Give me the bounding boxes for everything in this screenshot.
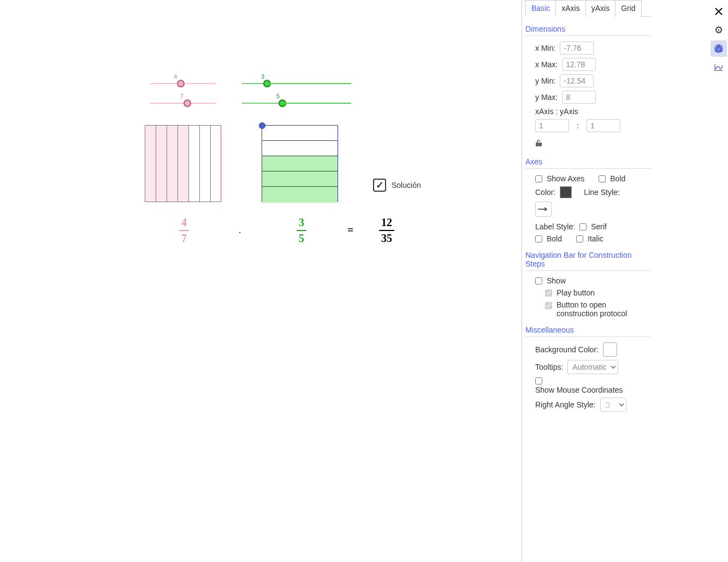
- show-axes-label: Show Axes: [547, 174, 584, 183]
- nav-show-checkbox[interactable]: [535, 277, 542, 285]
- label-style-label: Label Style:: [535, 222, 575, 231]
- curve-icon: [713, 62, 724, 72]
- show-axes-checkbox[interactable]: [535, 175, 542, 182]
- tab-xaxis[interactable]: xAxis: [555, 0, 585, 17]
- axes-bold-checkbox[interactable]: [599, 175, 606, 182]
- graphics-view-button[interactable]: [711, 40, 727, 57]
- checkbox-icon[interactable]: ✓: [373, 179, 386, 192]
- label-italic-label: Italic: [588, 234, 603, 243]
- slider-denominator-green[interactable]: 5: [242, 103, 351, 104]
- ratio-separator: :: [573, 121, 582, 130]
- mouse-coords-checkbox[interactable]: [535, 377, 542, 384]
- label-bold-checkbox[interactable]: [535, 235, 542, 242]
- color-label: Color:: [535, 188, 555, 197]
- slider-value-label: 3: [261, 73, 264, 80]
- ymin-label: y Min:: [535, 76, 555, 85]
- slider-numerator-pink[interactable]: 4: [150, 83, 216, 84]
- ymax-label: y Max:: [535, 93, 558, 102]
- xmax-label: x Max:: [535, 60, 558, 69]
- serif-label: Serif: [591, 222, 607, 231]
- ymax-input[interactable]: [562, 91, 596, 104]
- ymin-input[interactable]: [560, 74, 594, 87]
- lock-open-icon[interactable]: [535, 139, 545, 150]
- axis-ratio-label: xAxis : yAxis: [535, 107, 578, 116]
- close-button[interactable]: [711, 3, 727, 20]
- bg-color-swatch[interactable]: [603, 342, 617, 357]
- xmin-label: x Min:: [535, 44, 555, 52]
- multiply-operator: ·: [239, 227, 241, 239]
- side-toolbar: ⚙: [709, 0, 728, 562]
- mouse-coords-label: Show Mouse Coordinates: [535, 386, 623, 394]
- settings-button[interactable]: ⚙: [711, 22, 727, 38]
- section-dimensions: Dimensions: [525, 25, 651, 33]
- slider-numerator-green[interactable]: 3: [242, 83, 351, 84]
- slider-value-label: 4: [174, 73, 177, 80]
- axes-color-swatch[interactable]: [560, 186, 572, 198]
- section-navigation: Navigation Bar for Construction Steps: [525, 251, 651, 268]
- settings-panel: Basic xAxis yAxis Grid Dimensions x Min:…: [522, 0, 654, 562]
- tab-basic[interactable]: Basic: [525, 0, 556, 17]
- graphics2-view-button[interactable]: [711, 59, 727, 75]
- label-bold-label: Bold: [547, 234, 562, 243]
- fraction-result: 12 35: [379, 216, 394, 245]
- right-angle-label: Right Angle Style:: [535, 400, 596, 409]
- label-italic-checkbox[interactable]: [576, 235, 583, 242]
- fraction-model-pink[interactable]: [145, 125, 221, 202]
- nav-play-checkbox: [545, 289, 552, 297]
- tooltips-select[interactable]: Automatic: [567, 360, 618, 374]
- right-angle-select[interactable]: □: [600, 398, 626, 412]
- line-style-selector[interactable]: [535, 202, 552, 217]
- section-axes: Axes: [525, 157, 651, 166]
- section-misc: Miscellaneous: [525, 326, 651, 334]
- nav-protocol-label: Button to open construction protocol: [557, 300, 644, 318]
- bg-color-label: Background Color:: [535, 345, 599, 354]
- fraction-green: 3 5: [297, 216, 306, 245]
- ratio-x-input[interactable]: [535, 119, 569, 132]
- slider-thumb[interactable]: [177, 80, 185, 87]
- graphics-canvas[interactable]: 4 7 3 5: [0, 0, 522, 562]
- xmax-input[interactable]: [562, 58, 596, 71]
- tab-yaxis[interactable]: yAxis: [585, 0, 615, 17]
- axes-bold-label: Bold: [610, 174, 625, 183]
- slider-value-label: 7: [180, 93, 184, 99]
- nav-protocol-checkbox: [545, 302, 552, 309]
- line-style-label: Line Style:: [584, 188, 619, 197]
- nav-show-label: Show: [547, 276, 566, 285]
- slider-thumb[interactable]: [184, 99, 191, 107]
- graphics-icon: [713, 44, 724, 54]
- tab-grid[interactable]: Grid: [615, 0, 641, 17]
- gear-icon: ⚙: [714, 24, 723, 36]
- serif-checkbox[interactable]: [579, 223, 587, 230]
- xmin-input[interactable]: [560, 42, 594, 55]
- slider-denominator-pink[interactable]: 7: [150, 103, 216, 104]
- settings-tabs: Basic xAxis yAxis Grid: [525, 0, 651, 17]
- solution-toggle[interactable]: ✓ Solución: [373, 179, 421, 192]
- slider-thumb[interactable]: [279, 99, 286, 107]
- fraction-pink: 4 7: [179, 216, 189, 245]
- nav-play-label: Play button: [557, 288, 595, 297]
- equals-operator: =: [347, 224, 353, 236]
- tooltips-label: Tooltips:: [535, 363, 563, 371]
- fraction-model-green[interactable]: [262, 125, 338, 202]
- solution-label: Solución: [392, 181, 421, 190]
- ratio-y-input[interactable]: [587, 119, 620, 132]
- slider-thumb[interactable]: [263, 80, 271, 87]
- slider-value-label: 5: [276, 93, 280, 99]
